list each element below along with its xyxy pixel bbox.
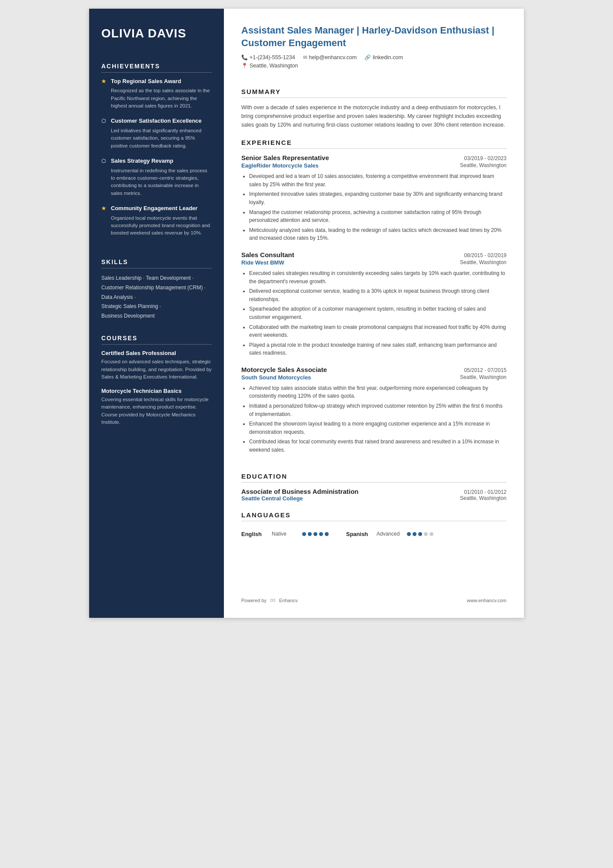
job-2-location: Seattle, Washington	[460, 259, 506, 266]
powered-by-text: Powered by	[241, 598, 267, 603]
phone-number: +1-(234)-555-1234	[250, 54, 295, 60]
skill-5: Business Development	[101, 312, 212, 321]
job-2-company-row: Ride West BMW Seattle, Washington	[241, 259, 506, 266]
job-title-header: Assistant Sales Manager | Harley-Davidso…	[241, 24, 506, 49]
job-2-bullet-3: Spearheaded the adoption of a customer m…	[249, 305, 506, 321]
achievement-4-desc: Organized local motorcycle events that s…	[101, 214, 212, 237]
shield-icon-1: ⬡	[101, 118, 107, 125]
job-2-bullet-4: Collaborated with the marketing team to …	[249, 323, 506, 339]
achievement-2-desc: Led initiatives that significantly enhan…	[101, 127, 212, 150]
sidebar: OLIVIA DAVIS ACHIEVEMENTS ★ Top Regional…	[89, 9, 224, 618]
job-1-header: Senior Sales Representative 03/2019 - 02…	[241, 154, 506, 161]
job-1-company: EagleRider Motorcycle Sales	[241, 162, 319, 169]
location-row: 📍 Seattle, Washington	[241, 63, 506, 69]
lang-english-level: Native	[272, 531, 298, 537]
footer-left: Powered by ∞ Enhancv	[241, 596, 298, 605]
dot-2	[308, 532, 312, 536]
enhancv-logo-symbol: ∞	[270, 596, 276, 605]
job-1-bullet-2: Implemented innovative sales strategies,…	[249, 190, 506, 206]
dot-s4	[424, 532, 428, 536]
contact-row: 📞 +1-(234)-555-1234 ✉ help@enhancv.com 🔗…	[241, 54, 506, 60]
job-2-bullets: Executed sales strategies resulting in c…	[241, 269, 506, 359]
linkedin-url: linkedin.com	[373, 54, 403, 60]
edu-1-header: Associate of Business Administration 01/…	[241, 488, 506, 495]
job-2-bullet-1: Executed sales strategies resulting in c…	[249, 269, 506, 285]
lang-spanish-dots	[407, 532, 433, 536]
summary-text: With over a decade of sales experience i…	[241, 103, 506, 129]
dot-1	[302, 532, 306, 536]
courses-title: COURSES	[101, 335, 212, 345]
job-2-company: Ride West BMW	[241, 259, 284, 266]
job-1-date: 03/2019 - 02/2023	[464, 155, 506, 161]
education-title: EDUCATION	[241, 473, 506, 483]
course-1-desc: Focused on advanced sales techniques, st…	[101, 358, 212, 381]
achievement-3: ⬡ Sales Strategy Revamp Instrumental in …	[101, 158, 212, 197]
edu-1-location: Seattle, Washington	[460, 495, 506, 502]
job-1-bullet-4: Meticulously analyzed sales data, leadin…	[249, 226, 506, 242]
achievement-3-desc: Instrumental in redefining the sales pro…	[101, 167, 212, 197]
job-1-title: Senior Sales Representative	[241, 154, 329, 161]
brand-name: Enhancv	[279, 598, 298, 603]
job-3-company-row: South Sound Motorcycles Seattle, Washing…	[241, 374, 506, 381]
sidebar-footer	[101, 596, 212, 605]
edu-1-date: 01/2010 - 01/2012	[464, 489, 506, 495]
job-3-date: 05/2012 - 07/2015	[464, 367, 506, 373]
achievement-4: ★ Community Engagement Leader Organized …	[101, 205, 212, 237]
job-3-bullet-4: Contributed ideas for local community ev…	[249, 438, 506, 454]
job-2-bullet-2: Delivered exceptional customer service, …	[249, 287, 506, 303]
lang-spanish-name: Spanish	[346, 531, 372, 537]
dot-s2	[413, 532, 416, 536]
job-2-header: Sales Consultant 08/2015 - 02/2019	[241, 251, 506, 258]
job-1-company-row: EagleRider Motorcycle Sales Seattle, Was…	[241, 162, 506, 169]
contact-phone: 📞 +1-(234)-555-1234	[241, 54, 295, 60]
candidate-name: OLIVIA DAVIS	[101, 26, 212, 41]
experience-title: EXPERIENCE	[241, 139, 506, 149]
dot-s5	[430, 532, 433, 536]
achievement-1-desc: Recognized as the top sales associate in…	[101, 87, 212, 110]
lang-spanish-level: Advanced	[376, 531, 403, 537]
course-1: Certified Sales Professional Focused on …	[101, 350, 212, 381]
achievements-section: ACHIEVEMENTS ★ Top Regional Sales Award …	[101, 63, 212, 245]
job-2-title: Sales Consultant	[241, 251, 294, 258]
job-1-bullet-1: Developed and led a team of 10 sales ass…	[249, 172, 506, 188]
location-icon: 📍	[241, 63, 248, 69]
skills-title: SKILLS	[101, 258, 212, 268]
job-3-bullet-2: Initiated a personalized follow-up strat…	[249, 402, 506, 418]
email-icon: ✉	[303, 54, 307, 60]
linkedin-icon: 🔗	[364, 54, 371, 60]
achievement-1: ★ Top Regional Sales Award Recognized as…	[101, 78, 212, 110]
job-3-company: South Sound Motorcycles	[241, 374, 311, 381]
achievement-2: ⬡ Customer Satisfaction Excellence Led i…	[101, 117, 212, 150]
shield-icon-2: ⬡	[101, 158, 107, 165]
achievement-2-title: Customer Satisfaction Excellence	[111, 117, 202, 125]
job-3-bullets: Achieved top sales associate status with…	[241, 384, 506, 456]
job-3-bullet-1: Achieved top sales associate status with…	[249, 384, 506, 400]
lang-english-name: English	[241, 531, 267, 537]
job-1-location: Seattle, Washington	[460, 162, 506, 169]
resume-container: OLIVIA DAVIS ACHIEVEMENTS ★ Top Regional…	[89, 9, 524, 618]
achievements-title: ACHIEVEMENTS	[101, 63, 212, 73]
footer-website: www.enhancv.com	[467, 598, 506, 603]
job-3-bullet-3: Enhanced the showroom layout leading to …	[249, 420, 506, 436]
job-3-title: Motorcycle Sales Associate	[241, 366, 327, 373]
footer: Powered by ∞ Enhancv www.enhancv.com	[241, 587, 506, 605]
contact-linkedin: 🔗 linkedin.com	[364, 54, 403, 60]
dot-s1	[407, 532, 411, 536]
achievement-1-title: Top Regional Sales Award	[111, 78, 181, 85]
edu-1-school-row: Seattle Central College Seattle, Washing…	[241, 495, 506, 502]
skills-section: SKILLS Sales Leadership · Team Developme…	[101, 258, 212, 321]
job-1-bullet-3: Managed the customer relationship proces…	[249, 208, 506, 225]
achievement-4-title: Community Engagement Leader	[111, 205, 197, 212]
dot-s3	[418, 532, 422, 536]
skill-1: Sales Leadership · Team Development ·	[101, 274, 212, 283]
location-text: Seattle, Washington	[250, 63, 298, 69]
language-spanish: Spanish Advanced	[346, 531, 433, 537]
course-1-title: Certified Sales Professional	[101, 350, 212, 356]
skill-4: Strategic Sales Planning ·	[101, 302, 212, 312]
skill-2: Customer Relationship Management (CRM) ·	[101, 283, 212, 293]
skills-list: Sales Leadership · Team Development · Cu…	[101, 274, 212, 321]
star-icon-2: ★	[101, 205, 107, 212]
languages-row: English Native Spanish Advanced	[241, 531, 506, 537]
lang-english-dots	[302, 532, 329, 536]
dot-5	[325, 532, 329, 536]
